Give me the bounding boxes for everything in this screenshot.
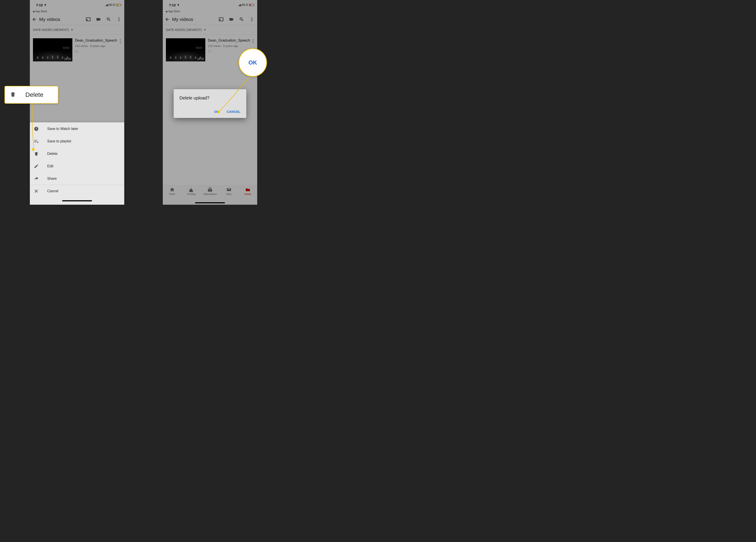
- playlist-add-icon: [34, 139, 39, 144]
- callout-delete: Delete: [4, 86, 58, 104]
- back-caret-icon: ◀: [33, 10, 34, 13]
- app-header: My videos: [30, 14, 124, 25]
- page-title: My videos: [39, 17, 84, 22]
- sort-selector[interactable]: DATE ADDED (NEWEST) ▼: [30, 25, 124, 35]
- callout-ok: OK: [238, 48, 267, 77]
- video-stats: 133 views · 8 years ago: [75, 44, 121, 48]
- back-arrow-button[interactable]: [32, 17, 37, 22]
- sheet-label: Share: [47, 177, 57, 181]
- sheet-share[interactable]: Share: [30, 172, 124, 185]
- sheet-edit[interactable]: Edit: [30, 160, 124, 172]
- more-icon[interactable]: [116, 17, 122, 22]
- status-time: 7:12: [36, 3, 43, 7]
- link-icon: [75, 49, 121, 53]
- pencil-icon: [34, 164, 39, 169]
- share-icon: [34, 176, 39, 181]
- status-bar: 7:12 5G E ⚡: [30, 0, 124, 10]
- sheet-playlist[interactable]: Save to playlist: [30, 135, 124, 147]
- callout-label: Delete: [25, 91, 43, 98]
- video-duration: 14:15: [64, 57, 71, 61]
- callout-anchor-dot: [217, 111, 220, 113]
- back-to-app-button[interactable]: ◀ App Store: [30, 10, 124, 14]
- cast-icon[interactable]: [86, 17, 91, 22]
- video-menu-button[interactable]: [119, 38, 122, 44]
- sheet-delete[interactable]: Delete: [30, 147, 124, 160]
- caret-down-icon: ▼: [71, 28, 73, 31]
- sheet-label: Cancel: [47, 189, 58, 193]
- svg-point-0: [118, 18, 119, 18]
- back-to-app-label: App Store: [35, 10, 47, 13]
- home-indicator: [30, 197, 124, 205]
- dialog-cancel-button[interactable]: CANCEL: [227, 110, 240, 114]
- sheet-label: Delete: [47, 152, 57, 156]
- sort-label: DATE ADDED (NEWEST): [33, 28, 69, 32]
- sheet-label: Save to playlist: [47, 139, 71, 143]
- search-icon[interactable]: [106, 17, 111, 22]
- callout-anchor-dot: [32, 148, 35, 151]
- trash-icon: [34, 151, 39, 156]
- video-title: Dean_Graduation_Speech: [75, 38, 121, 43]
- dialog-title: Delete upload?: [179, 96, 240, 101]
- svg-point-2: [118, 20, 119, 21]
- callout-label: OK: [249, 59, 257, 66]
- confirm-dialog: Delete upload? OK CANCEL: [174, 89, 246, 118]
- clock-icon: [34, 126, 39, 131]
- video-row[interactable]: 14:15 Dean_Graduation_Speech 133 views ·…: [30, 35, 124, 65]
- sheet-cancel[interactable]: Cancel: [30, 185, 124, 197]
- phone-screenshot-right: 7:12 5G E ⚡ ◀ App Store My videos: [163, 0, 257, 205]
- location-icon: [44, 4, 47, 6]
- sheet-label: Edit: [47, 164, 53, 168]
- sheet-watch-later[interactable]: Save to Watch later: [30, 122, 124, 135]
- close-icon: [34, 189, 39, 194]
- signal-icon: [104, 4, 108, 6]
- video-thumbnail[interactable]: 14:15: [33, 38, 72, 61]
- network-label: 5G E: [109, 3, 115, 6]
- trash-icon: [10, 91, 16, 99]
- svg-point-1: [118, 19, 119, 20]
- battery-icon: ⚡: [116, 4, 122, 6]
- bottom-sheet: Save to Watch later Save to playlist Del…: [30, 122, 124, 205]
- sheet-label: Save to Watch later: [47, 127, 78, 131]
- camera-icon[interactable]: [96, 17, 101, 22]
